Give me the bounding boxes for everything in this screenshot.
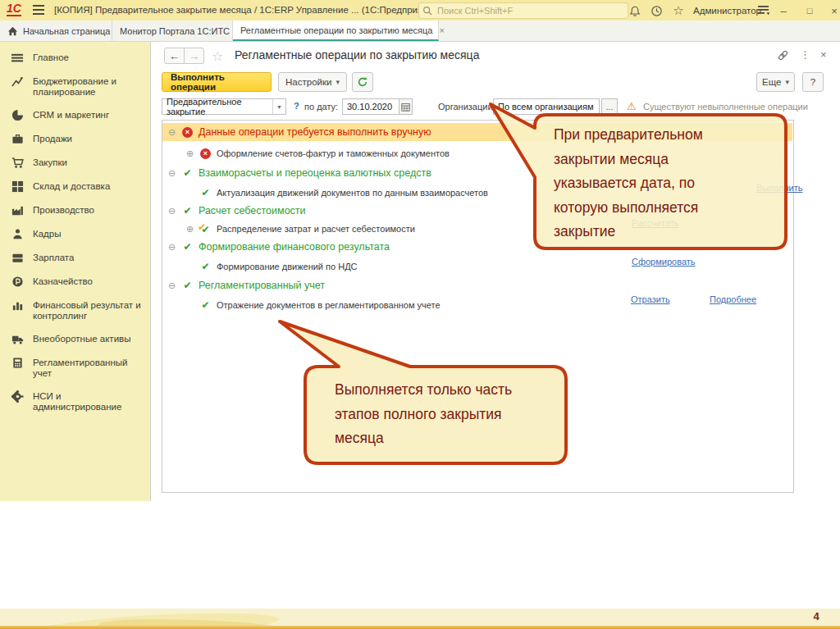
more-menu-icon[interactable]: ⋮ <box>800 48 810 61</box>
expand-node-icon[interactable]: ⊕ <box>185 225 194 234</box>
forward-button[interactable]: → <box>184 48 204 64</box>
sidebar-item-hr[interactable]: Кадры <box>0 222 150 246</box>
generate-link[interactable]: Сформировать <box>632 257 696 267</box>
details-link[interactable]: Подробнее <box>710 294 756 304</box>
tab-home[interactable]: Начальная страница <box>0 21 112 41</box>
cards-icon <box>11 252 24 264</box>
truck-icon <box>11 333 24 345</box>
chevron-down-icon: ▾ <box>785 78 789 86</box>
minimize-button[interactable]: – <box>776 3 791 18</box>
service-menu-icon[interactable] <box>756 3 771 18</box>
check-partial-icon: ✔✔ <box>200 221 211 236</box>
check-icon: ✔ <box>200 187 211 198</box>
sidebar-item-admin[interactable]: НСИ и администрирование <box>0 385 150 418</box>
collapse-node-icon[interactable]: ⊖ <box>167 281 176 290</box>
sidebar-item-crm[interactable]: CRM и маркетинг <box>0 103 150 127</box>
pie-chart-icon <box>11 109 24 121</box>
close-tab-icon[interactable]: × <box>439 25 444 35</box>
close-window-button[interactable]: × <box>827 3 840 18</box>
slide-page-number: 4 <box>800 610 833 622</box>
error-status-icon: × <box>200 148 211 159</box>
maximize-button[interactable]: □ <box>802 3 817 18</box>
sidebar-item-regulated[interactable]: Регламентированный учет <box>0 351 150 385</box>
run-operations-button[interactable]: Выполнить операции <box>162 72 272 92</box>
main-menu-icon[interactable] <box>33 5 44 15</box>
calendar-icon[interactable] <box>399 98 413 115</box>
tab-label: Монитор Портала 1С:ИТС <box>120 26 230 36</box>
slide: 1С [КОПИЯ] Предварительное закрытие меся… <box>0 0 840 629</box>
person-icon <box>11 228 24 240</box>
titlebar: 1С [КОПИЯ] Предварительное закрытие меся… <box>0 0 840 21</box>
check-icon: ✔ <box>200 299 211 311</box>
chevron-down-icon[interactable]: ▾ <box>272 99 285 114</box>
menu-lines-icon <box>11 52 24 64</box>
sidebar-item-assets[interactable]: Внеоборотные активы <box>0 327 150 351</box>
sidebar-item-finresult[interactable]: Финансовый результат и контроллинг <box>0 294 150 327</box>
reflect-link[interactable]: Отразить <box>631 294 670 304</box>
ledger-icon <box>11 357 24 369</box>
get-link-icon[interactable] <box>777 49 789 62</box>
settings-button[interactable]: Настройки ▾ <box>278 72 347 92</box>
check-icon: ✔ <box>182 205 193 217</box>
tab-label: Начальная страница <box>23 26 110 36</box>
window-title: [КОПИЯ] Предварительное закрытие месяца … <box>54 5 441 15</box>
check-icon: ✔ <box>200 261 211 272</box>
history-icon[interactable] <box>649 3 664 18</box>
more-actions-button[interactable]: Еще ▾ <box>756 72 795 92</box>
tree-row-regulated-reflection[interactable]: ✔ Отражение документов в регламентирован… <box>162 296 792 314</box>
tab-closing-operations[interactable]: Регламентные операции по закрытию месяца… <box>233 21 439 41</box>
favorites-star-icon[interactable]: ☆ <box>671 3 686 18</box>
back-button[interactable]: ← <box>164 48 185 64</box>
organizations-label: Организации: <box>438 102 495 112</box>
search-input[interactable] <box>436 5 603 16</box>
bar-chart-icon <box>11 299 24 312</box>
search-icon <box>422 6 432 16</box>
callout-text: При предварительном закрытии месяца указ… <box>554 123 729 244</box>
error-status-icon: × <box>182 127 193 138</box>
form-title: Регламентные операции по закрытию месяца <box>235 48 479 62</box>
collapse-node-icon[interactable]: ⊖ <box>167 128 176 137</box>
tree-row-regulated-group[interactable]: ⊖ ✔ Регламентированный учет <box>162 276 792 294</box>
callout-text: Выполняется только часть этапов полного … <box>335 378 538 451</box>
home-icon <box>7 26 18 36</box>
notifications-bell-icon[interactable] <box>628 3 642 18</box>
grid-boxes-icon <box>11 180 24 193</box>
mode-help-icon[interactable]: ? <box>294 101 299 111</box>
slide-footer-band <box>0 608 840 626</box>
coin-icon <box>11 276 24 288</box>
closing-date-input[interactable] <box>342 98 399 115</box>
favorite-star-icon[interactable]: ☆ <box>212 48 223 64</box>
1c-logo: 1С <box>7 2 21 16</box>
tree-row-vat-movements[interactable]: ✔ Формирование движений по НДС <box>162 258 792 276</box>
check-icon: ✔ <box>182 280 193 291</box>
sidebar-item-sales[interactable]: Продажи <box>0 127 150 151</box>
gear-icon <box>11 390 24 403</box>
callout-partial-note: Выполняется только часть этапов полного … <box>276 318 573 469</box>
chevron-down-icon: ▾ <box>336 78 340 86</box>
refresh-button[interactable] <box>352 72 373 92</box>
slide-footer-bar <box>0 626 840 629</box>
closing-mode-select[interactable]: Предварительное закрытие ▾ <box>162 98 286 115</box>
collapse-node-icon[interactable]: ⊖ <box>167 207 176 216</box>
global-search[interactable] <box>418 2 628 19</box>
sidebar-item-main[interactable]: Главное <box>0 46 150 70</box>
sidebar: Главное Бюджетирование и планирование CR… <box>0 42 150 501</box>
tabbar: Начальная страница Монитор Портала 1С:ИТ… <box>0 21 840 42</box>
check-icon: ✔ <box>182 167 193 179</box>
sidebar-item-warehouse[interactable]: Склад и доставка <box>0 175 150 198</box>
check-icon: ✔ <box>182 241 193 253</box>
sidebar-item-budgeting[interactable]: Бюджетирование и планирование <box>0 70 150 103</box>
tab-monitor-portal[interactable]: Монитор Портала 1С:ИТС × <box>112 21 233 41</box>
tab-label: Регламентные операции по закрытию месяца <box>240 25 432 35</box>
collapse-node-icon[interactable]: ⊖ <box>167 169 176 178</box>
sidebar-item-production[interactable]: Производство <box>0 198 150 222</box>
current-user[interactable]: Администратор <box>693 6 761 16</box>
collapse-node-icon[interactable]: ⊖ <box>167 243 176 252</box>
sidebar-item-treasury[interactable]: Казначейство <box>0 270 150 294</box>
sidebar-item-payroll[interactable]: Зарплата <box>0 246 150 270</box>
help-button[interactable]: ? <box>802 72 824 92</box>
cart-icon <box>11 157 24 169</box>
sidebar-item-purchases[interactable]: Закупки <box>0 151 150 175</box>
expand-node-icon[interactable]: ⊕ <box>185 149 194 158</box>
close-form-icon[interactable]: × <box>820 48 827 61</box>
